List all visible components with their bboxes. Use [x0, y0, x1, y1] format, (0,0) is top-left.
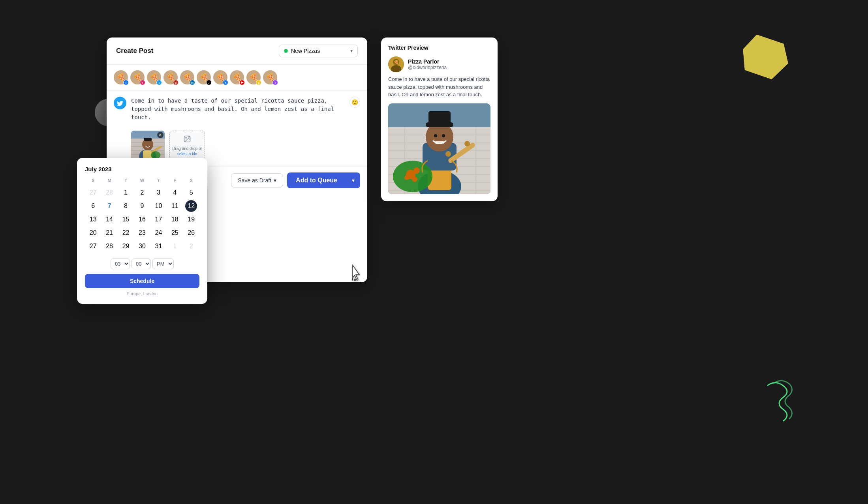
uploaded-image: ✕: [131, 131, 165, 160]
remove-image-button[interactable]: ✕: [157, 132, 163, 138]
drag-drop-area[interactable]: Drag and drop or select a file: [169, 131, 205, 160]
cal-day[interactable]: 26: [183, 226, 199, 240]
select-file-link[interactable]: select a file: [177, 152, 197, 156]
social-avatar-youtube[interactable]: 🍕 ▶: [230, 70, 244, 84]
cal-day[interactable]: 3: [150, 186, 167, 199]
cal-header-sat: S: [183, 178, 199, 186]
preview-avatar: 🍕: [388, 56, 404, 72]
schedule-button[interactable]: Schedule: [85, 274, 199, 288]
svg-point-49: [413, 167, 420, 174]
tiktok-badge: ♪: [206, 80, 212, 85]
cal-day[interactable]: 5: [183, 186, 199, 199]
cal-day[interactable]: 22: [118, 226, 134, 240]
svg-point-51: [412, 176, 417, 182]
cal-day[interactable]: 2: [183, 240, 199, 253]
preview-image: [388, 103, 490, 194]
cal-day[interactable]: 25: [167, 226, 183, 240]
save-draft-chevron-icon: ▾: [274, 177, 276, 184]
post-textarea[interactable]: Come in to have a taste of our special r…: [131, 97, 349, 124]
cal-day[interactable]: 23: [134, 226, 150, 240]
add-queue-dropdown-icon[interactable]: ▾: [346, 173, 360, 188]
facebook-badge: f: [123, 80, 129, 85]
cal-day[interactable]: 13: [85, 213, 101, 226]
cal-day[interactable]: 11: [167, 199, 183, 213]
cal-header-tue: T: [118, 178, 134, 186]
social-avatar-pinterest[interactable]: 🍕 p: [163, 70, 178, 84]
social-avatar-twitch[interactable]: 🍕 t: [263, 70, 277, 84]
svg-point-46: [464, 141, 470, 146]
hour-select[interactable]: 03 04: [111, 259, 130, 269]
cal-day[interactable]: 15: [118, 213, 134, 226]
preview-user-info: Pizza Parlor @oldworldpizzeria: [408, 58, 447, 70]
minute-select[interactable]: 00 15 30 45: [132, 259, 151, 269]
twitter-icon: [114, 97, 126, 109]
preview-handle: @oldworldpizzeria: [408, 65, 447, 70]
cal-day-selected[interactable]: 12: [183, 199, 199, 213]
preview-title: Twitter Preview: [388, 45, 490, 51]
post-text-area: Come in to have a taste of our special r…: [131, 97, 360, 124]
cal-day[interactable]: 28: [101, 240, 117, 253]
calendar-week-1: 27 28 1 2 3 4 5: [85, 186, 199, 199]
cal-day[interactable]: 30: [134, 240, 150, 253]
cal-day[interactable]: 14: [101, 213, 117, 226]
cal-day[interactable]: 17: [150, 213, 167, 226]
social-avatar-linkedin[interactable]: 🍕 in: [180, 70, 194, 84]
cal-day[interactable]: 29: [118, 240, 134, 253]
cal-header-fri: F: [167, 178, 183, 186]
cal-day[interactable]: 27: [85, 240, 101, 253]
cal-day[interactable]: 4: [167, 186, 183, 199]
cal-day[interactable]: 20: [85, 226, 101, 240]
cal-day[interactable]: 31: [150, 240, 167, 253]
cal-header-mon: M: [101, 178, 117, 186]
cal-day[interactable]: 1: [118, 186, 134, 199]
post-content-area: Come in to have a taste of our special r…: [107, 90, 367, 131]
cal-day[interactable]: 6: [85, 199, 101, 213]
add-queue-main-button[interactable]: Add to Queue: [287, 172, 346, 188]
chevron-down-icon: ▾: [350, 48, 353, 54]
cal-day[interactable]: 1: [167, 240, 183, 253]
calendar-week-4: 20 21 22 23 24 25 26: [85, 226, 199, 240]
calendar-grid: S M T W T F S 27 28 1 2 3 4 5 6 7: [85, 178, 199, 253]
cal-day[interactable]: 24: [150, 226, 167, 240]
period-select[interactable]: AM PM: [152, 259, 174, 269]
emoji-button[interactable]: 🙂: [349, 97, 360, 108]
preview-text: Come in to have a taste of our special r…: [388, 75, 490, 99]
time-selector: 03 04 00 15 30 45 AM PM: [85, 259, 199, 269]
youtube-badge: ▶: [239, 80, 245, 85]
twitter-badge: t: [156, 80, 162, 85]
cal-header-thu: T: [150, 178, 167, 186]
linkedin-badge: in: [190, 80, 195, 85]
svg-rect-40: [428, 111, 451, 124]
add-to-queue-button[interactable]: Add to Queue ▾: [287, 172, 360, 188]
cal-day[interactable]: 28: [101, 186, 117, 199]
cal-header-sun: S: [85, 178, 101, 186]
profile-selector-left: New Pizzas: [284, 48, 320, 54]
cal-day[interactable]: 18: [167, 213, 183, 226]
social-avatar-facebook2[interactable]: 🍕 f: [213, 70, 227, 84]
social-avatar-twitter[interactable]: 🍕 t: [147, 70, 161, 84]
svg-text:🍕: 🍕: [394, 60, 399, 65]
cal-day[interactable]: 27: [85, 186, 101, 199]
svg-rect-43: [435, 141, 444, 144]
cal-day[interactable]: 2: [134, 186, 150, 199]
twitch-badge: t: [272, 80, 278, 85]
calendar-week-2: 6 7 8 9 10 11 12: [85, 199, 199, 213]
social-avatar-tiktok[interactable]: 🍕 ♪: [197, 70, 211, 84]
cal-day[interactable]: 10: [150, 199, 167, 213]
cal-day[interactable]: 16: [134, 213, 150, 226]
calendar-week-5: 27 28 29 30 31 1 2: [85, 240, 199, 253]
cal-day[interactable]: 9: [134, 199, 150, 213]
profile-selector[interactable]: New Pizzas ▾: [279, 45, 358, 57]
svg-point-50: [404, 175, 409, 180]
cal-day[interactable]: 8: [118, 199, 134, 213]
svg-rect-10: [144, 138, 152, 141]
social-avatar-instagram[interactable]: 🍕 i: [130, 70, 145, 84]
upload-icon: [183, 135, 191, 144]
social-avatar-facebook[interactable]: 🍕 f: [114, 70, 128, 84]
cal-day[interactable]: 21: [101, 226, 117, 240]
pinterest-badge: p: [173, 80, 178, 85]
social-avatar-google[interactable]: 🍕 g: [246, 70, 261, 84]
cal-day[interactable]: 19: [183, 213, 199, 226]
cal-day[interactable]: 7: [101, 199, 117, 213]
save-draft-button[interactable]: Save as Draft ▾: [231, 173, 283, 187]
